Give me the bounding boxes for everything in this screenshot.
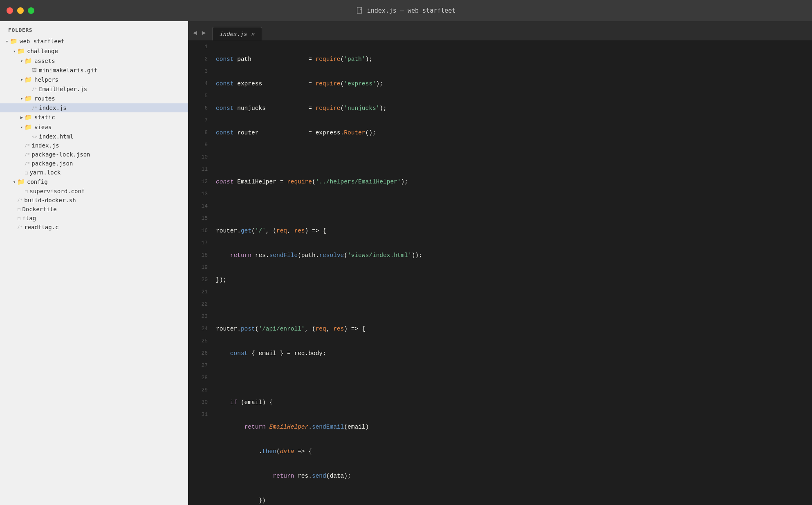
file-label: yarn.lock [29,169,188,176]
code-content: const path = require('path'); const expr… [213,41,812,505]
minimize-button[interactable] [17,7,24,14]
folder-label: static [34,114,188,121]
folder-label: challenge [27,48,188,54]
titlebar-title: index.js — web_starfleet [357,7,456,14]
file-label: Dockerfile [22,206,188,212]
sidebar-item-challenge[interactable]: ▾ 📁 challenge [0,46,188,56]
file-label: index.html [39,133,188,140]
file-label: supervisord.conf [29,188,188,194]
sidebar-item-yarn-lock[interactable]: ▾ ☐ yarn.lock [0,168,188,177]
sidebar-item-index-js-routes[interactable]: ▾ /* index.js [0,103,188,112]
file-label: flag [22,215,188,221]
sidebar-item-routes[interactable]: ▾ 📁 routes [0,94,188,103]
tab-index-js[interactable]: index.js ✕ [212,27,262,40]
sidebar-item-package-json[interactable]: ▾ /* package.json [0,159,188,168]
sidebar-item-dockerfile[interactable]: ▾ ☐ Dockerfile [0,205,188,214]
nav-back-button[interactable]: ◀ [191,28,199,37]
tab-close-button[interactable]: ✕ [250,31,255,37]
sidebar-item-config[interactable]: ▾ 📁 config [0,177,188,187]
line-numbers: 1 2 3 4 5 6 7 8 9 10 11 12 13 14 15 16 1… [188,41,213,505]
sidebar-item-flag[interactable]: ▾ ☐ flag [0,214,188,223]
file-label: index.js [39,105,188,111]
main-container: FOLDERS ▾ 📁 web_starfleet ▾ 📁 challenge … [0,21,812,505]
sidebar-header: FOLDERS [0,21,188,36]
file-label: build-docker.sh [24,197,188,203]
code-editor[interactable]: 1 2 3 4 5 6 7 8 9 10 11 12 13 14 15 16 1… [188,41,812,505]
editor-area: ◀ ▶ index.js ✕ 1 2 3 4 5 6 7 8 9 10 11 [188,21,812,505]
file-label: package-lock.json [31,151,188,158]
sidebar-item-minimakelaris[interactable]: ▾ 🖼 minimakelaris.gif [0,66,188,75]
sidebar-item-readflag[interactable]: ▾ /* readflag.c [0,223,188,232]
titlebar-text: index.js — web_starfleet [367,7,456,14]
sidebar-item-supervisord[interactable]: ▾ ☐ supervisord.conf [0,187,188,196]
titlebar: index.js — web_starfleet [0,0,812,21]
sidebar-item-emailhelper[interactable]: ▾ /* EmailHelper.js [0,85,188,94]
tab-label: index.js [219,31,247,37]
sidebar-item-static[interactable]: ▶ 📁 static [0,112,188,122]
folder-label: assets [34,58,188,64]
tab-bar: ◀ ▶ index.js ✕ [188,21,812,41]
nav-arrows: ◀ ▶ [191,28,207,37]
file-label: EmailHelper.js [39,86,188,92]
traffic-lights [7,7,34,14]
sidebar-item-views[interactable]: ▾ 📁 views [0,122,188,132]
close-button[interactable] [7,7,13,14]
svg-rect-0 [357,7,362,13]
file-icon [357,7,364,14]
file-label: index.js [31,142,188,149]
sidebar-item-assets[interactable]: ▾ 📁 assets [0,56,188,66]
folder-label: config [27,179,188,185]
folder-label: routes [34,95,188,102]
sidebar: FOLDERS ▾ 📁 web_starfleet ▾ 📁 challenge … [0,21,188,505]
folder-label: views [34,124,188,130]
file-label: minimakelaris.gif [39,67,188,74]
sidebar-item-web-starfleet[interactable]: ▾ 📁 web_starfleet [0,36,188,46]
sidebar-item-index-html[interactable]: ▾ <> index.html [0,132,188,141]
sidebar-item-index-js-views[interactable]: ▾ /* index.js [0,141,188,150]
file-label: readflag.c [24,224,188,230]
sidebar-item-helpers[interactable]: ▾ 📁 helpers [0,75,188,85]
file-label: package.json [31,160,188,167]
maximize-button[interactable] [28,7,34,14]
sidebar-item-package-lock[interactable]: ▾ /* package-lock.json [0,150,188,159]
folder-label: web_starfleet [20,38,188,45]
folder-label: helpers [34,76,188,83]
nav-forward-button[interactable]: ▶ [200,28,208,37]
sidebar-item-build-docker[interactable]: ▾ /* build-docker.sh [0,196,188,205]
